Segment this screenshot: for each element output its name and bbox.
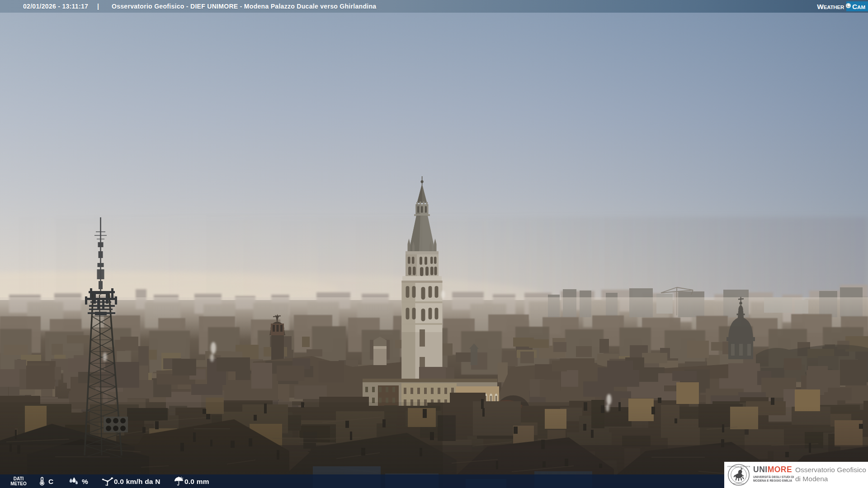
svg-text:VNIVERSITAS STVDIORVM: VNIVERSITAS STVDIORVM — [727, 466, 750, 468]
svg-text:MVTINENSIS: MVTINENSIS — [733, 483, 745, 485]
